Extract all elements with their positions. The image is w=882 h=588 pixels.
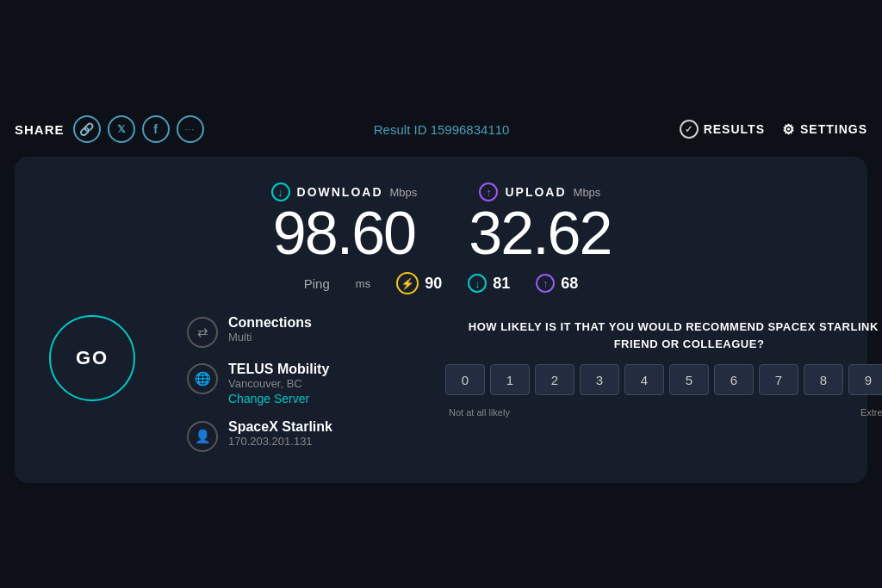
server-location: Vancouver, BC xyxy=(228,377,329,390)
twitter-share-button[interactable]: 𝕏 xyxy=(108,115,135,143)
upload-latency-item: ↑ 68 xyxy=(536,274,578,293)
app-container: SHARE 🔗 𝕏 f ··· Result ID 15996834110 ✓ … xyxy=(0,0,882,588)
go-button-area: GO xyxy=(49,315,135,401)
isp-name: SpaceX Starlink xyxy=(228,419,332,435)
ping-label: Ping xyxy=(304,276,330,291)
info-row: GO ⇄ Connections Multi 🌐 TELUS Mobility xyxy=(49,315,833,452)
upload-unit: Mbps xyxy=(574,186,601,199)
download-unit: Mbps xyxy=(390,186,418,199)
right-nav: ✓ RESULTS ⚙ SETTINGS xyxy=(680,120,867,139)
top-bar: SHARE 🔗 𝕏 f ··· Result ID 15996834110 ✓ … xyxy=(15,105,867,157)
download-latency-item: ↓ 81 xyxy=(468,274,510,293)
ping-row: Ping ms ⚡ 90 ↓ 81 ↑ 68 xyxy=(49,272,833,294)
connections-label: Connections xyxy=(228,315,312,331)
more-share-button[interactable]: ··· xyxy=(177,115,204,143)
score-0[interactable]: 0 xyxy=(445,364,485,395)
upload-arrow-icon: ↑ xyxy=(479,183,498,201)
download-value: 98.60 xyxy=(273,203,415,263)
score-label-right: Extremely Likely xyxy=(860,407,882,418)
ping-up-icon: ↑ xyxy=(536,274,555,293)
jitter-value: 90 xyxy=(425,275,442,293)
link-share-button[interactable]: 🔗 xyxy=(73,115,101,143)
download-latency: 81 xyxy=(493,275,510,293)
score-label-left: Not at all likely xyxy=(449,407,510,418)
ping-down-icon: ↓ xyxy=(468,274,487,293)
isp-person-icon: 👤 xyxy=(187,421,218,452)
server-name: TELUS Mobility xyxy=(228,362,329,377)
score-1[interactable]: 1 xyxy=(490,364,530,395)
score-labels: Not at all likely Extremely Likely xyxy=(445,407,882,418)
ping-unit: ms xyxy=(356,277,370,290)
isp-details: SpaceX Starlink 170.203.201.131 xyxy=(228,419,332,448)
score-9[interactable]: 9 xyxy=(848,364,882,395)
share-section: SHARE 🔗 𝕏 f ··· xyxy=(15,115,204,143)
share-label: SHARE xyxy=(15,122,65,137)
server-info: ⇄ Connections Multi 🌐 TELUS Mobility Van… xyxy=(187,315,359,452)
upload-label: UPLOAD xyxy=(505,185,566,199)
download-arrow-icon: ↓ xyxy=(271,183,290,201)
download-label-row: ↓ DOWNLOAD Mbps xyxy=(271,183,418,201)
facebook-share-button[interactable]: f xyxy=(142,115,170,143)
jitter-item: ⚡ 90 xyxy=(396,272,442,294)
change-server-button[interactable]: Change Server xyxy=(228,392,329,405)
settings-button[interactable]: ⚙ SETTINGS xyxy=(782,121,867,138)
upload-block: ↑ UPLOAD Mbps 32.62 xyxy=(469,183,611,263)
connections-row: ⇄ Connections Multi xyxy=(187,315,359,348)
upload-label-row: ↑ UPLOAD Mbps xyxy=(479,183,600,201)
score-4[interactable]: 4 xyxy=(624,364,664,395)
isp-row: 👤 SpaceX Starlink 170.203.201.131 xyxy=(187,419,359,452)
isp-ip: 170.203.201.131 xyxy=(228,435,332,448)
share-icons: 🔗 𝕏 f ··· xyxy=(73,115,204,143)
score-6[interactable]: 6 xyxy=(714,364,754,395)
score-buttons: 0 1 2 3 4 5 6 7 8 9 10 xyxy=(445,364,882,395)
download-block: ↓ DOWNLOAD Mbps 98.60 xyxy=(271,183,418,263)
recommend-section: HOW LIKELY IS IT THAT YOU WOULD RECOMMEN… xyxy=(445,315,882,418)
score-5[interactable]: 5 xyxy=(669,364,709,395)
speeds-row: ↓ DOWNLOAD Mbps 98.60 ↑ UPLOAD Mbps 32.6… xyxy=(49,183,833,263)
result-label: Result ID xyxy=(374,122,427,137)
server-globe-icon: 🌐 xyxy=(187,363,218,394)
score-3[interactable]: 3 xyxy=(580,364,619,395)
server-details: TELUS Mobility Vancouver, BC Change Serv… xyxy=(228,362,329,405)
connections-details: Connections Multi xyxy=(228,315,312,344)
go-button[interactable]: GO xyxy=(49,315,135,401)
recommend-question: HOW LIKELY IS IT THAT YOU WOULD RECOMMEN… xyxy=(445,319,882,352)
upload-latency: 68 xyxy=(561,275,578,293)
server-row: 🌐 TELUS Mobility Vancouver, BC Change Se… xyxy=(187,362,359,405)
connections-icon: ⇄ xyxy=(187,317,218,348)
connections-value: Multi xyxy=(228,331,312,344)
result-id-value[interactable]: 15996834110 xyxy=(431,122,510,137)
upload-value: 32.62 xyxy=(469,203,611,263)
settings-icon: ⚙ xyxy=(782,121,795,138)
score-2[interactable]: 2 xyxy=(535,364,575,395)
result-id-area: Result ID 15996834110 xyxy=(374,122,510,137)
results-icon: ✓ xyxy=(680,120,699,139)
bolt-icon: ⚡ xyxy=(396,272,419,294)
download-label: DOWNLOAD xyxy=(297,185,383,199)
main-card: ↓ DOWNLOAD Mbps 98.60 ↑ UPLOAD Mbps 32.6… xyxy=(15,157,867,483)
score-8[interactable]: 8 xyxy=(804,364,843,395)
results-button[interactable]: ✓ RESULTS xyxy=(680,120,765,139)
score-7[interactable]: 7 xyxy=(759,364,798,395)
